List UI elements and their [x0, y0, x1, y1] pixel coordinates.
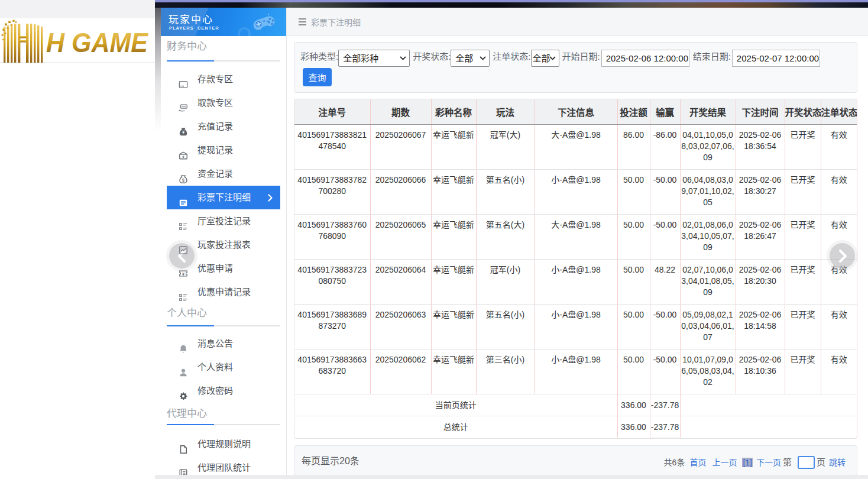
svg-text:¥: ¥ [182, 272, 184, 277]
svg-text:$: $ [182, 178, 184, 183]
svg-text:H GAME: H GAME [46, 27, 148, 58]
